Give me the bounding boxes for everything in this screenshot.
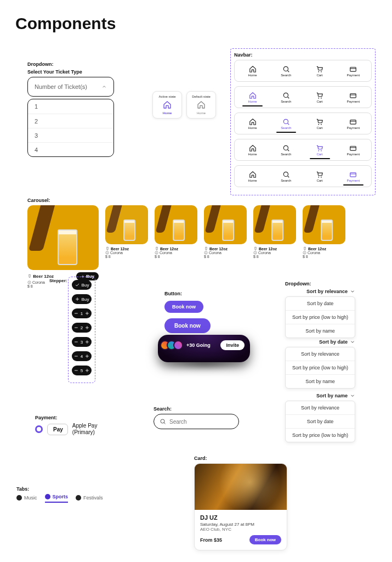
dropdown-title: Select Your Ticket Type — [27, 69, 114, 75]
dropdown-select[interactable]: Number of Ticket(s) — [27, 77, 114, 97]
payment-icon — [349, 92, 357, 99]
minus-icon[interactable] — [73, 339, 79, 345]
sort-option[interactable]: Sort by price (low to high) — [286, 428, 355, 442]
dropdown-option[interactable]: 1 — [28, 99, 113, 114]
search-section: Search: Search — [154, 406, 239, 429]
product-card[interactable]: Beer 12oz Corona$ 8 — [155, 205, 197, 288]
navbar: HomeSearchCartPayment — [234, 139, 372, 161]
quantity-stepper[interactable]: 3 — [72, 337, 92, 347]
sort-dropdown: Sort by name Sort by relevance Sort by d… — [285, 393, 355, 442]
plus-icon[interactable] — [84, 325, 90, 330]
sort-option[interactable]: Sort by name — [286, 374, 355, 388]
sort-option[interactable]: Sort by name — [286, 324, 355, 338]
stepper-value: 4 — [81, 354, 83, 359]
stepper-buy-plus[interactable]: Buy — [72, 294, 92, 304]
navbar-item-cart[interactable]: Cart — [303, 144, 337, 156]
navbar-item-payment[interactable]: Payment — [337, 92, 370, 103]
tab-music[interactable]: Music — [16, 495, 37, 503]
stepper-label: Buy — [82, 297, 89, 302]
invite-button[interactable]: Invite — [220, 340, 245, 350]
tab-festivals[interactable]: Festivals — [76, 495, 103, 503]
payment-option[interactable]: Pay Apple Pay (Primary) — [35, 423, 97, 436]
sort-selected[interactable]: Sort by date — [285, 339, 355, 345]
sort-option[interactable]: Sort by date — [286, 414, 355, 428]
navbar: HomeSearchCartPayment — [234, 113, 372, 134]
carousel-section: Carousel: Beer 12ozBuy Corona$ 8 Beer 12… — [27, 198, 345, 288]
minus-icon[interactable] — [73, 353, 79, 359]
minus-icon[interactable] — [73, 311, 79, 316]
tab-label: Music — [24, 495, 37, 501]
dropdown-placeholder: Number of Ticket(s) — [35, 83, 87, 90]
event-book-button[interactable]: Book now — [249, 535, 281, 544]
sort-option[interactable]: Sort by date — [286, 297, 355, 310]
tab-label: Sports — [53, 494, 69, 499]
navbar-item-home[interactable]: Home — [236, 171, 269, 182]
navbar-item-cart[interactable]: Cart — [303, 92, 337, 103]
sort-selected[interactable]: Sort by name — [285, 393, 355, 398]
tab-sports[interactable]: Sports — [45, 494, 69, 503]
cart-icon — [316, 171, 323, 178]
navbar-item-cart[interactable]: Cart — [303, 171, 337, 182]
sort-option[interactable]: Sort by relevance — [286, 347, 355, 361]
product-card[interactable]: Beer 12oz Corona$ 8 — [105, 205, 148, 288]
navbar-item-payment[interactable]: Payment — [337, 144, 370, 156]
product-price: $ 8 — [105, 255, 148, 258]
navbar-item-home[interactable]: Home — [236, 65, 269, 77]
product-card[interactable]: Beer 12oz Corona$ 8 — [253, 205, 296, 288]
navbar-item-home[interactable]: Home — [236, 92, 269, 103]
product-image — [253, 205, 296, 244]
navbar-item-search[interactable]: Search — [269, 65, 303, 77]
navbar-item-payment[interactable]: Payment — [337, 171, 370, 182]
plus-icon[interactable] — [84, 368, 90, 373]
carousel-section-label: Carousel: — [27, 198, 345, 203]
navbar-item-home[interactable]: Home — [236, 118, 269, 130]
payment-section-label: Payment: — [35, 415, 58, 420]
event-card[interactable]: DJ UZ Saturday, August 27 at 8PM AEO Clu… — [194, 463, 287, 550]
navbar-item-payment[interactable]: Payment — [337, 65, 370, 77]
info-icon — [204, 251, 208, 255]
sort-selected[interactable]: Sort by relevance — [285, 289, 355, 294]
navbar-item-search[interactable]: Search — [269, 171, 303, 182]
quantity-stepper[interactable]: 4 — [72, 351, 92, 361]
info-icon — [253, 251, 257, 255]
minus-icon[interactable] — [73, 368, 79, 373]
quantity-stepper[interactable]: 1 — [72, 308, 92, 318]
product-card[interactable]: Beer 12oz Corona$ 8 — [204, 205, 247, 288]
sort-option[interactable]: Sort by relevance — [286, 401, 355, 414]
quantity-stepper[interactable]: 2 — [72, 323, 92, 333]
navbar-item-search[interactable]: Search — [269, 92, 303, 103]
info-icon — [303, 251, 306, 255]
navbar-item-search[interactable]: Search — [269, 118, 303, 130]
apple-pay-text: Pay — [53, 426, 63, 432]
state-card-title: Default state — [192, 95, 211, 98]
plus-icon[interactable] — [84, 353, 90, 359]
navbar-item-cart[interactable]: Cart — [303, 118, 337, 130]
navbar-item-home[interactable]: Home — [236, 144, 269, 156]
book-now-button[interactable]: Book now — [164, 301, 203, 313]
navbar-section: Navbar: HomeSearchCartPaymentHomeSearchC… — [230, 48, 376, 195]
navbar-item-cart[interactable]: Cart — [303, 65, 337, 77]
navbar-item-payment[interactable]: Payment — [337, 118, 370, 130]
book-now-button-large[interactable]: Book now — [164, 318, 211, 333]
minus-icon[interactable] — [73, 325, 79, 330]
chevron-down-icon — [350, 289, 355, 294]
quantity-stepper[interactable]: 5 — [72, 366, 92, 375]
dropdown-option[interactable]: 4 — [28, 142, 113, 156]
navbar-item-label: Home — [248, 153, 257, 156]
search-input[interactable]: Search — [154, 414, 239, 429]
dropdown-option[interactable]: 2 — [28, 114, 113, 128]
stepper-buy-checked[interactable]: Buy — [72, 280, 92, 290]
dropdown-option[interactable]: 3 — [28, 128, 113, 142]
product-card[interactable]: Beer 12ozBuy Corona$ 8 — [27, 205, 99, 288]
apple-pay-badge: Pay — [47, 424, 68, 435]
sort-selected-label: Sort by name — [316, 393, 348, 398]
plus-icon[interactable] — [84, 311, 90, 316]
plus-icon[interactable] — [84, 339, 90, 345]
sort-options: Sort by relevance Sort by date Sort by p… — [285, 401, 355, 442]
product-card[interactable]: Beer 12oz Corona$ 8 — [303, 205, 345, 288]
sort-option[interactable]: Sort by price (low to high) — [286, 361, 355, 374]
stepper-label: Buy — [82, 283, 89, 288]
sort-option[interactable]: Sort by price (low to high) — [286, 310, 355, 324]
navbar-item-search[interactable]: Search — [269, 144, 303, 156]
navbar-item-label: Search — [281, 179, 291, 182]
